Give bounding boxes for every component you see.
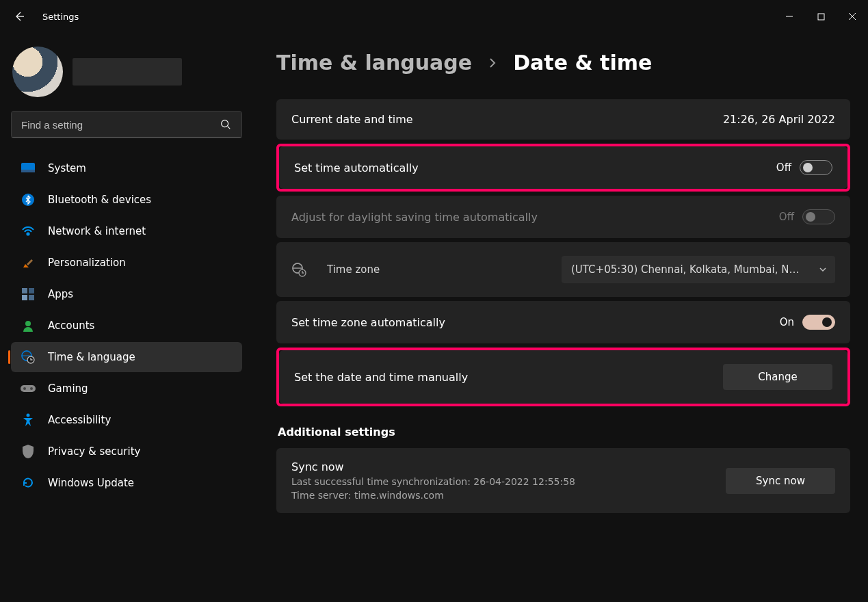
row-set-time-auto[interactable]: Set time automatically Off <box>279 146 847 189</box>
breadcrumb-parent[interactable]: Time & language <box>276 51 472 75</box>
sidebar-item-gaming[interactable]: Gaming <box>11 374 242 404</box>
accessibility-icon <box>21 413 36 428</box>
toggle-set-tz-auto[interactable] <box>802 315 835 330</box>
row-time-zone: Time zone (UTC+05:30) Chennai, Kolkata, … <box>276 242 850 297</box>
sidebar-item-label: Bluetooth & devices <box>48 194 151 206</box>
back-button[interactable] <box>12 10 26 23</box>
row-set-manual: Set the date and time manually Change <box>279 350 847 404</box>
highlight-set-manual: Set the date and time manually Change <box>276 348 850 406</box>
row-set-tz-auto[interactable]: Set time zone automatically On <box>276 301 850 343</box>
select-time-zone-value: (UTC+05:30) Chennai, Kolkata, Mumbai, Ne… <box>571 263 804 276</box>
close-icon <box>848 12 856 21</box>
sidebar-item-windows-update[interactable]: Windows Update <box>11 468 242 498</box>
avatar <box>12 47 63 97</box>
label-current-datetime: Current date and time <box>291 113 413 126</box>
svg-rect-3 <box>21 170 35 172</box>
svg-rect-9 <box>29 295 34 300</box>
globe-clock-icon <box>21 350 36 365</box>
sidebar-item-time-language[interactable]: Time & language <box>11 342 242 372</box>
label-set-tz-auto: Set time zone automatically <box>291 316 445 329</box>
close-button[interactable] <box>837 5 868 27</box>
sidebar-item-label: Network & internet <box>48 225 146 237</box>
svg-point-1 <box>222 120 228 127</box>
svg-point-10 <box>25 321 31 326</box>
nav: System Bluetooth & devices Network & int… <box>11 153 242 498</box>
maximize-button[interactable] <box>805 5 837 27</box>
titlebar: Settings <box>0 0 868 33</box>
search-input[interactable] <box>21 119 220 131</box>
sidebar-item-network[interactable]: Network & internet <box>11 216 242 246</box>
toggle-dst <box>802 209 835 224</box>
sidebar-item-label: Accessibility <box>48 414 111 426</box>
toggle-state-dst: Off <box>779 211 794 223</box>
sidebar-item-label: Personalization <box>48 257 126 269</box>
sidebar-item-apps[interactable]: Apps <box>11 279 242 309</box>
sidebar-item-label: Gaming <box>48 382 88 395</box>
person-icon <box>21 318 36 333</box>
row-current-datetime: Current date and time 21:26, 26 April 20… <box>276 99 850 140</box>
toggle-state-set-time-auto: Off <box>776 161 791 174</box>
apps-icon <box>21 287 36 302</box>
search-box[interactable] <box>11 111 242 138</box>
back-arrow-icon <box>14 11 25 22</box>
bluetooth-icon <box>21 192 36 207</box>
gamepad-icon <box>21 381 36 396</box>
window-controls <box>774 5 868 27</box>
monitor-icon <box>21 161 36 176</box>
select-time-zone[interactable]: (UTC+05:30) Chennai, Kolkata, Mumbai, Ne… <box>562 256 835 283</box>
shield-icon <box>21 444 36 459</box>
svg-point-14 <box>23 387 26 390</box>
maximize-icon <box>817 13 825 21</box>
chevron-right-icon <box>487 57 498 68</box>
label-time-zone: Time zone <box>327 263 380 276</box>
svg-rect-8 <box>22 295 27 300</box>
paintbrush-icon <box>21 255 36 270</box>
label-set-time-auto: Set time automatically <box>294 161 419 174</box>
value-current-datetime: 21:26, 26 April 2022 <box>723 113 835 126</box>
label-dst: Adjust for daylight saving time automati… <box>291 211 538 224</box>
search-icon <box>220 118 232 131</box>
sidebar-item-label: System <box>48 162 86 174</box>
chevron-down-icon <box>819 265 827 274</box>
wifi-icon <box>21 224 36 239</box>
sidebar-item-privacy[interactable]: Privacy & security <box>11 436 242 467</box>
sidebar-item-label: Privacy & security <box>48 445 140 458</box>
sync-title: Sync now <box>291 460 575 473</box>
main-content: Time & language Date & time Current date… <box>253 33 868 602</box>
breadcrumb-current: Date & time <box>513 51 652 75</box>
change-button[interactable]: Change <box>723 364 832 390</box>
label-set-manual: Set the date and time manually <box>294 371 468 384</box>
additional-settings-heading: Additional settings <box>278 426 850 439</box>
minimize-button[interactable] <box>774 5 805 27</box>
update-icon <box>21 475 36 490</box>
sidebar-item-bluetooth[interactable]: Bluetooth & devices <box>11 185 242 215</box>
breadcrumb: Time & language Date & time <box>276 51 850 75</box>
minimize-icon <box>785 12 793 21</box>
svg-point-16 <box>27 414 30 417</box>
sidebar: System Bluetooth & devices Network & int… <box>0 33 253 602</box>
toggle-set-time-auto[interactable] <box>800 160 832 175</box>
sidebar-item-label: Time & language <box>48 351 135 363</box>
change-button-label: Change <box>758 371 797 383</box>
profile-block[interactable] <box>12 47 242 97</box>
svg-rect-6 <box>22 288 27 293</box>
sync-now-button[interactable]: Sync now <box>726 468 835 494</box>
svg-rect-0 <box>818 14 824 20</box>
sync-now-button-label: Sync now <box>756 475 805 487</box>
sidebar-item-label: Apps <box>48 288 73 300</box>
sidebar-item-accessibility[interactable]: Accessibility <box>11 405 242 435</box>
sidebar-item-label: Windows Update <box>48 477 134 489</box>
row-dst: Adjust for daylight saving time automati… <box>276 196 850 238</box>
svg-point-5 <box>27 233 29 235</box>
row-sync-now: Sync now Last successful time synchroniz… <box>276 448 850 513</box>
sidebar-item-personalization[interactable]: Personalization <box>11 248 242 278</box>
sidebar-item-accounts[interactable]: Accounts <box>11 311 242 341</box>
sync-last: Last successful time synchronization: 26… <box>291 476 575 487</box>
app-title: Settings <box>42 12 79 22</box>
sidebar-item-system[interactable]: System <box>11 153 242 183</box>
highlight-set-time-auto: Set time automatically Off <box>276 144 850 192</box>
sync-server: Time server: time.windows.com <box>291 490 575 501</box>
profile-name-redacted <box>73 58 182 86</box>
toggle-state-set-tz-auto: On <box>780 316 794 328</box>
globe-clock-icon <box>291 262 306 277</box>
